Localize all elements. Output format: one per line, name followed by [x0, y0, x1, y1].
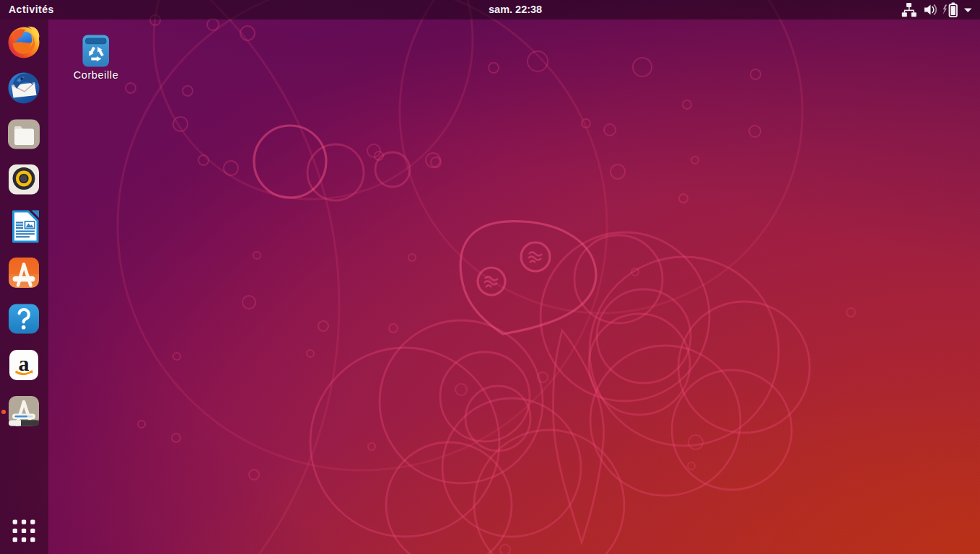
svg-text:a: a: [19, 351, 30, 375]
